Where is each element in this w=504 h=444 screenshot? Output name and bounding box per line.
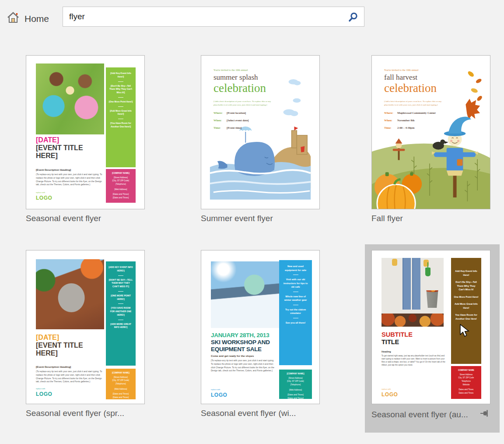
flyer-sidebar: New and used equipment for sale Visit wi… [279, 260, 312, 365]
flyer-title-line2: celebration [214, 81, 266, 95]
flyer-subtitle: SUBTITLE [382, 331, 413, 338]
template-caption: Seasonal event flyer (au... [371, 409, 490, 420]
flyer-photo-kids-icecream [36, 63, 104, 134]
flyer-title-line1: summer splash [214, 73, 258, 82]
template-cell: [Add Key Event Info Here!] [Don't Be Shy… [26, 55, 145, 223]
flyer-invite-line: You're invited to the 10th annual [384, 69, 418, 71]
flyer-invite-line: You're invited to the 10th annual [214, 69, 248, 71]
flyer-desc-heading: Heading [382, 350, 391, 353]
template-cell: [ADD KEY EVENT INFO HERE!] [DON'T BE SHY… [26, 250, 145, 418]
template-thumbnail-seasonal[interactable]: [Add Key Event Info Here!] [Don't Be Shy… [26, 55, 145, 209]
flyer-desc-heading: Come and get ready for the slopes [211, 355, 254, 357]
flyer-logo: replace withLOGO [36, 388, 52, 398]
flyer-photo-jeans-leaves [382, 258, 444, 327]
home-icon [6, 11, 20, 27]
flyer-title: SKI WORKSHOP AND EQUIPMENT SALE [211, 339, 280, 352]
flyer-sidebar: [Add Key Event Info Here!] [Don't Be Shy… [106, 67, 136, 167]
flyer-title-line1: fall harvest [384, 73, 417, 82]
flyer-date: [DATE] [36, 136, 59, 144]
template-thumbnail-spring[interactable]: [ADD KEY EVENT INFO HERE!] [DON'T BE SHY… [26, 250, 145, 404]
template-caption: Seasonal event flyer [26, 214, 145, 223]
flyer-sidebar: [ADD KEY EVENT INFO HERE!] [DON'T BE SHY… [106, 261, 136, 366]
template-caption: Seasonal event flyer (wi... [201, 409, 320, 418]
template-caption: Seasonal event flyer (spr... [26, 409, 145, 418]
search-input[interactable] [63, 7, 336, 26]
flyer-company-block: [COMPANY NAME] [Street Address] [City, S… [106, 169, 136, 203]
flyer-photo-runner [36, 259, 104, 329]
template-cell: New and used equipment for sale Visit wi… [201, 250, 320, 418]
flyer-title: TITLE [382, 338, 399, 345]
template-thumbnail-autumn[interactable]: Add Key Event Info Here! Don't Be Shy—Te… [371, 250, 490, 404]
flyer-body: [To replace any tip text with your own, … [211, 359, 276, 373]
template-caption: Fall flyer [371, 214, 490, 223]
flyer-title: [EVENT TITLE HERE] [36, 144, 104, 160]
template-search-page: Home [Add Key Event Info Here!] [Don't B… [0, 0, 504, 444]
flyer-details: Where:Maplewood Community Center When:No… [384, 111, 436, 134]
flyer-body: (To replace any tip text with your own, … [36, 370, 102, 384]
flyer-logo: replace withLOGO [211, 388, 227, 398]
template-thumbnail-summer[interactable]: You're invited to the 10th annual summer… [201, 55, 320, 209]
template-thumbnail-fall[interactable]: You're invited to the 10th annual fall h… [371, 55, 490, 209]
flyer-description: [Add a brief description of your event h… [214, 100, 279, 107]
flyer-title-line2: celebration [384, 81, 437, 95]
template-cell: You're invited to the 10th annual summer… [201, 55, 320, 223]
home-button[interactable]: Home [6, 11, 49, 27]
template-cell: You're invited to the 10th annual fall h… [371, 55, 490, 223]
flyer-body: (To replace any tip text with your own, … [36, 173, 102, 187]
flyer-logo: replace withLOGO [382, 388, 398, 398]
flyer-sidebar: Add Key Event Info Here! Don't Be Shy—Te… [451, 258, 481, 364]
flyer-company-block: [COMPANY NAME] [Street Address] [City, S… [106, 369, 136, 399]
search-icon[interactable] [347, 11, 359, 25]
template-thumbnail-winter[interactable]: New and used equipment for sale Visit wi… [201, 250, 320, 404]
template-caption: Summer event flyer [201, 214, 320, 223]
flyer-date: [DATE] [36, 334, 59, 342]
flyer-desc-heading: [Event Description Heading] [36, 169, 71, 171]
flyer-photo-skier [211, 261, 281, 328]
flyer-body: To get started right away, just tap any … [382, 355, 446, 367]
flyer-date: JANUARY 28TH, 2013 [211, 332, 269, 338]
flyer-company-block: [COMPANY NAME] [Street Address] [City, S… [279, 370, 312, 399]
flyer-logo: replace withLOGO [36, 191, 52, 201]
template-cell-selected: Add Key Event Info Here! Don't Be Shy—Te… [371, 250, 490, 420]
pin-icon[interactable] [480, 409, 490, 420]
search-box[interactable] [63, 7, 364, 27]
flyer-desc-heading: [Event Description Heading] [36, 366, 71, 368]
flyer-details: Where:[Event location] When:[Select even… [214, 111, 249, 134]
flyer-title: [EVENT TITLE HERE] [36, 342, 104, 357]
flyer-description: [Add a brief description of your event h… [384, 100, 450, 107]
home-label: Home [24, 14, 49, 24]
flyer-company-block: COMPANY NAME Street Address City, ST ZIP… [451, 366, 481, 399]
